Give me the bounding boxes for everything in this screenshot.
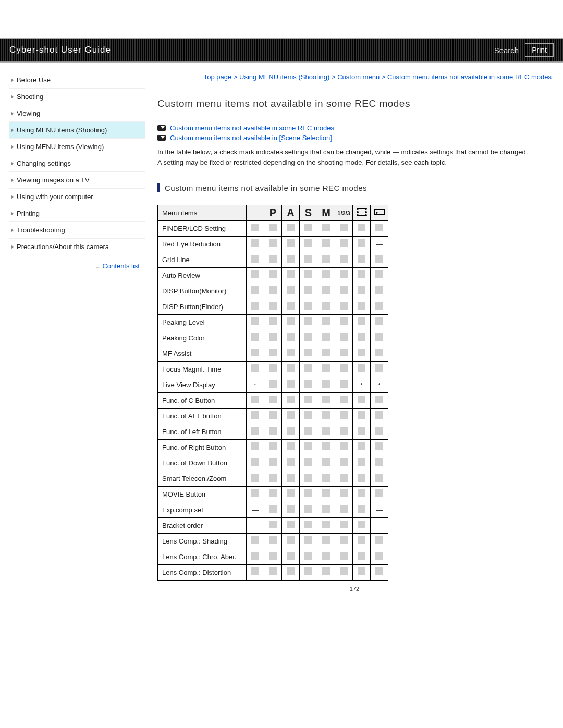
cell [317, 564, 335, 580]
sidebar-item[interactable]: Using MENU items (Shooting) [9, 121, 145, 138]
check-icon [251, 536, 259, 544]
check-icon [269, 302, 277, 310]
cell [335, 533, 353, 549]
cell [335, 267, 353, 283]
cell [353, 549, 371, 564]
cell [264, 517, 282, 533]
check-icon [358, 224, 365, 231]
row-label: Live View Display [158, 377, 247, 392]
cell: — [371, 517, 388, 533]
check-icon [287, 270, 295, 278]
check-icon [287, 255, 295, 263]
cell: — [371, 236, 388, 252]
check-icon [322, 505, 330, 513]
cell [264, 424, 282, 439]
check-icon [322, 458, 330, 466]
check-icon [340, 427, 348, 435]
check-icon [375, 489, 383, 497]
table-header-mode: P [264, 205, 282, 220]
print-button[interactable]: Print [525, 43, 554, 57]
check-icon [340, 317, 348, 325]
jump-link[interactable]: Custom menu items not available in [Scen… [170, 134, 332, 142]
cell [317, 471, 335, 486]
check-icon [358, 536, 365, 544]
cell [247, 346, 264, 361]
check-icon [375, 270, 383, 278]
cell [353, 471, 371, 486]
search-link[interactable]: Search [494, 46, 519, 55]
check-icon [304, 317, 312, 325]
check-icon [269, 255, 277, 263]
cell [264, 267, 282, 283]
check-icon [269, 286, 277, 294]
sidebar-item[interactable]: Troubleshooting [9, 221, 145, 238]
cell [335, 283, 353, 299]
check-icon [322, 380, 330, 388]
check-icon [340, 411, 348, 419]
check-icon [304, 270, 312, 278]
check-icon [322, 567, 330, 575]
check-icon [251, 442, 259, 450]
cell [282, 267, 300, 283]
table-row: Func. of Right Button [158, 439, 388, 455]
cell [317, 283, 335, 299]
cell [335, 564, 353, 580]
check-icon [304, 349, 312, 356]
cell [353, 408, 371, 424]
cell [353, 252, 371, 267]
cell [264, 533, 282, 549]
check-icon [304, 442, 312, 450]
cell [300, 439, 317, 455]
check-icon [375, 427, 383, 435]
cell [300, 471, 317, 486]
cell [317, 549, 335, 564]
check-icon [287, 552, 295, 560]
cell [247, 236, 264, 252]
check-icon [287, 364, 295, 372]
cell [353, 502, 371, 517]
cell [371, 408, 388, 424]
check-icon [269, 224, 277, 231]
check-icon [251, 567, 259, 575]
sidebar-item[interactable]: Viewing [9, 105, 145, 121]
breadcrumb-link[interactable]: Custom menu [337, 73, 380, 81]
check-icon [287, 302, 295, 310]
check-icon [375, 333, 383, 341]
table-row: Bracket order—— [158, 517, 388, 533]
cell [317, 267, 335, 283]
breadcrumb-link[interactable]: Top page [204, 73, 232, 81]
sidebar-item[interactable]: Precautions/About this camera [9, 238, 145, 255]
cell [353, 517, 371, 533]
sidebar-item[interactable]: Viewing images on a TV [9, 171, 145, 188]
cell [371, 564, 388, 580]
jump-link[interactable]: Custom menu items not available in some … [170, 124, 334, 132]
cell [247, 330, 264, 346]
sidebar-item[interactable]: Before Use [9, 72, 145, 88]
sidebar-item[interactable]: Printing [9, 205, 145, 221]
sidebar-item[interactable]: Using MENU items (Viewing) [9, 138, 145, 155]
check-icon [375, 396, 383, 403]
cell [300, 267, 317, 283]
check-icon [358, 239, 365, 247]
sidebar-item[interactable]: Changing settings [9, 155, 145, 171]
check-icon [322, 442, 330, 450]
cell [282, 455, 300, 471]
table-row: Lens Comp.: Shading [158, 533, 388, 549]
breadcrumb-link[interactable]: Custom menu items not available in some … [387, 73, 552, 81]
sidebar-item[interactable]: Shooting [9, 88, 145, 105]
cell [317, 502, 335, 517]
check-icon [358, 396, 365, 403]
check-icon [322, 411, 330, 419]
cell [282, 564, 300, 580]
check-icon [287, 458, 295, 466]
cell: * [353, 377, 371, 392]
cell [335, 471, 353, 486]
check-icon [251, 458, 259, 466]
contents-list-link[interactable]: Contents list [102, 262, 140, 270]
breadcrumb-link[interactable]: Using MENU items (Shooting) [239, 73, 329, 81]
table-header-mode: 1/2/3 [335, 205, 353, 220]
sidebar-item[interactable]: Using with your computer [9, 188, 145, 205]
cell [353, 220, 371, 236]
row-label: Grid Line [158, 252, 247, 267]
check-icon [340, 224, 348, 231]
